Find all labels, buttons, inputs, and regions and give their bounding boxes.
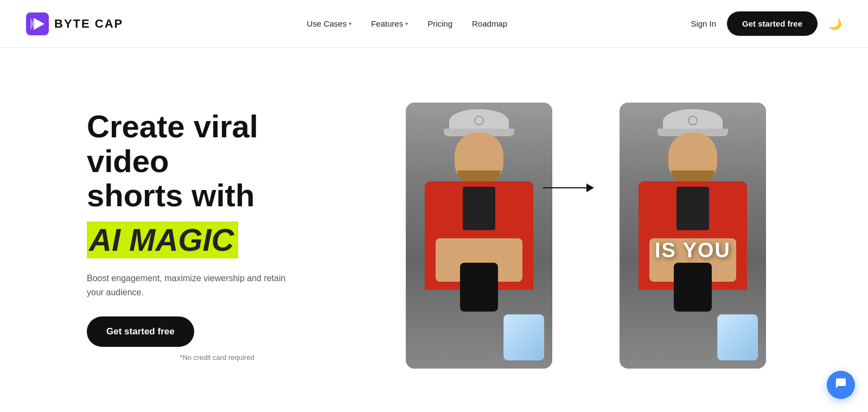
- get-started-nav-button[interactable]: Get started free: [727, 11, 818, 36]
- sign-in-button[interactable]: Sign In: [691, 19, 716, 28]
- hero-subtitle: Boost engagement, maximize viewership an…: [87, 271, 293, 299]
- undershirt-shape-after: [676, 187, 709, 230]
- ai-magic-text: AI MAGIC: [87, 221, 238, 258]
- nav-links: Use Cases ▾ Features ▾ Pricing Roadmap: [307, 19, 507, 28]
- chevron-icon: ▾: [405, 21, 408, 27]
- undershirt-shape: [463, 187, 495, 230]
- hero-content: Create viral video shorts with AI MAGIC …: [87, 109, 347, 362]
- video-before-bg: [406, 103, 552, 369]
- nav-roadmap[interactable]: Roadmap: [472, 19, 507, 28]
- chevron-icon: ▾: [349, 21, 352, 27]
- nav-features[interactable]: Features ▾: [371, 19, 408, 28]
- beard-shape: [457, 170, 501, 182]
- no-credit-text: *No credit card required: [87, 353, 347, 362]
- phone-held-shape: [460, 263, 498, 312]
- hat-logo-after: [688, 116, 698, 125]
- video-caption: IS YOU: [655, 239, 731, 262]
- theme-toggle-button[interactable]: 🌙: [828, 17, 842, 30]
- iphone-box-after: [717, 314, 758, 360]
- video-before: [406, 103, 552, 369]
- arrow-head: [586, 183, 594, 192]
- navbar: BYTE CAP Use Cases ▾ Features ▾ Pricing …: [0, 0, 868, 48]
- arrow-between: [543, 183, 594, 192]
- nav-pricing[interactable]: Pricing: [427, 19, 452, 28]
- logo-icon: [26, 12, 49, 35]
- iphone-box-before: [503, 314, 544, 360]
- hat-logo-shape: [474, 116, 484, 125]
- nav-actions: Sign In Get started free 🌙: [691, 11, 842, 36]
- brand-name: BYTE CAP: [54, 17, 123, 31]
- get-started-hero-button[interactable]: Get started free: [87, 316, 194, 347]
- moon-icon: 🌙: [828, 17, 842, 30]
- arrow-line: [543, 187, 586, 188]
- logo[interactable]: BYTE CAP: [26, 12, 123, 35]
- phone-held-after: [674, 263, 712, 312]
- hero-headline: Create viral video shorts with: [87, 109, 347, 213]
- hero-section: Create viral video shorts with AI MAGIC …: [0, 48, 868, 412]
- nav-use-cases[interactable]: Use Cases ▾: [307, 19, 352, 28]
- hero-videos: IS YOU: [347, 103, 825, 369]
- chat-icon: [834, 377, 847, 393]
- video-after-bg: IS YOU: [620, 103, 766, 369]
- video-after: IS YOU: [620, 103, 766, 369]
- beard-shape-after: [671, 170, 714, 182]
- chat-widget[interactable]: [827, 371, 855, 399]
